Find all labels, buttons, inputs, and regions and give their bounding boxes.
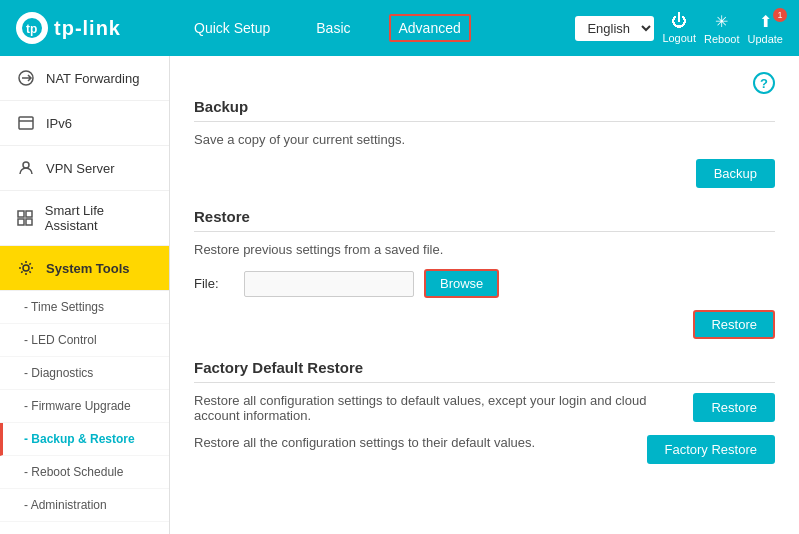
logo-area: tp tp-link [16, 12, 186, 44]
svg-rect-8 [18, 219, 24, 225]
factory-section: Factory Default Restore Restore all conf… [194, 359, 775, 464]
factory-title: Factory Default Restore [194, 359, 775, 376]
sidebar-label-ipv6: IPv6 [46, 116, 72, 131]
update-badge: 1 [773, 8, 787, 22]
sidebar-sub-diagnostics[interactable]: - Diagnostics [0, 357, 169, 390]
file-input[interactable] [244, 271, 414, 297]
sidebar-sub-backup-restore[interactable]: - Backup & Restore [0, 423, 169, 456]
smart-life-icon [16, 208, 35, 228]
restore-button[interactable]: Restore [693, 310, 775, 339]
factory-restore-button[interactable]: Restore [693, 393, 775, 422]
reboot-icon: ✳ [715, 12, 728, 31]
factory-full-restore-button[interactable]: Factory Restore [647, 435, 775, 464]
sidebar-label-smart-life: Smart Life Assistant [45, 203, 153, 233]
help-icon[interactable]: ? [753, 72, 775, 94]
sidebar-sub-firmware-upgrade[interactable]: - Firmware Upgrade [0, 390, 169, 423]
factory-desc2: Restore all the configuration settings t… [194, 435, 535, 450]
browse-button[interactable]: Browse [424, 269, 499, 298]
svg-rect-7 [26, 211, 32, 217]
sidebar-item-ipv6[interactable]: IPv6 [0, 101, 169, 146]
header: tp tp-link Quick Setup Basic Advanced En… [0, 0, 799, 56]
sidebar-label-system-tools: System Tools [46, 261, 130, 276]
backup-title: Backup [194, 98, 775, 115]
logo-text: tp-link [54, 17, 121, 40]
backup-section: Backup Save a copy of your current setti… [194, 98, 775, 188]
sidebar: NAT Forwarding IPv6 VPN Server Smart Lif… [0, 56, 170, 534]
sidebar-sub-time-settings[interactable]: - Time Settings [0, 291, 169, 324]
backup-button[interactable]: Backup [696, 159, 775, 188]
svg-point-5 [23, 162, 29, 168]
logo-icon: tp [16, 12, 48, 44]
tab-basic[interactable]: Basic [308, 16, 358, 40]
sidebar-label-nat: NAT Forwarding [46, 71, 139, 86]
sidebar-item-smart-life[interactable]: Smart Life Assistant [0, 191, 169, 246]
svg-rect-9 [26, 219, 32, 225]
backup-desc: Save a copy of your current settings. [194, 132, 775, 147]
header-right: English ⏻ Logout ✳ Reboot ⬆ Update 1 [575, 12, 783, 45]
nat-icon [16, 68, 36, 88]
svg-rect-6 [18, 211, 24, 217]
factory-desc1: Restore all configuration settings to de… [194, 393, 674, 423]
logout-icon: ⏻ [671, 12, 687, 30]
sidebar-item-nat-forwarding[interactable]: NAT Forwarding [0, 56, 169, 101]
vpn-icon [16, 158, 36, 178]
sidebar-sub-reboot-schedule[interactable]: - Reboot Schedule [0, 456, 169, 489]
sidebar-label-vpn: VPN Server [46, 161, 115, 176]
restore-section: Restore Restore previous settings from a… [194, 208, 775, 339]
restore-desc: Restore previous settings from a saved f… [194, 242, 775, 257]
ipv6-icon [16, 113, 36, 133]
reboot-button[interactable]: ✳ Reboot [704, 12, 739, 45]
sidebar-sub-led-control[interactable]: - LED Control [0, 324, 169, 357]
file-row: File: Browse [194, 269, 775, 298]
content-area: ? Backup Save a copy of your current set… [170, 56, 799, 534]
sidebar-sub-administration[interactable]: - Administration [0, 489, 169, 522]
update-button[interactable]: ⬆ Update 1 [748, 12, 783, 45]
sidebar-item-vpn[interactable]: VPN Server [0, 146, 169, 191]
system-tools-icon [16, 258, 36, 278]
svg-rect-3 [19, 117, 33, 129]
tab-quick-setup[interactable]: Quick Setup [186, 16, 278, 40]
update-icon: ⬆ [759, 12, 772, 31]
sidebar-item-system-tools[interactable]: System Tools [0, 246, 169, 291]
reboot-label: Reboot [704, 33, 739, 45]
tab-advanced[interactable]: Advanced [389, 14, 471, 42]
file-label: File: [194, 276, 234, 291]
restore-title: Restore [194, 208, 775, 225]
logout-label: Logout [662, 32, 696, 44]
main-layout: NAT Forwarding IPv6 VPN Server Smart Lif… [0, 56, 799, 534]
logout-button[interactable]: ⏻ Logout [662, 12, 696, 44]
nav-tabs: Quick Setup Basic Advanced [186, 14, 575, 42]
svg-point-10 [23, 265, 29, 271]
update-label: Update [748, 33, 783, 45]
language-select[interactable]: English [575, 16, 654, 41]
svg-text:tp: tp [26, 22, 37, 36]
